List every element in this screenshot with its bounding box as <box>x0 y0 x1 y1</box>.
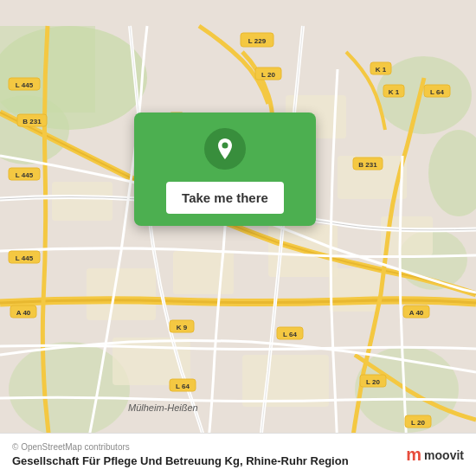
svg-text:L 445: L 445 <box>16 254 34 262</box>
svg-text:L 229: L 229 <box>248 37 267 45</box>
svg-text:L 20: L 20 <box>411 419 425 427</box>
svg-text:L 64: L 64 <box>176 383 190 390</box>
moovit-logo: m moovit <box>406 445 464 465</box>
svg-text:A 40: A 40 <box>16 309 31 317</box>
svg-point-58 <box>222 143 228 149</box>
svg-rect-15 <box>52 182 113 221</box>
location-card: Take me there <box>134 113 316 226</box>
svg-text:B 231: B 231 <box>23 118 42 125</box>
svg-text:L 20: L 20 <box>366 378 380 386</box>
svg-text:L 20: L 20 <box>261 71 275 79</box>
bottom-left: © OpenStreetMap contributors Gesellschaf… <box>12 442 349 467</box>
place-title: Gesellschaft Für Pflege Und Betreuung Kg… <box>12 454 349 467</box>
svg-point-6 <box>9 342 130 437</box>
svg-text:K 1: K 1 <box>389 88 400 96</box>
bottom-bar: © OpenStreetMap contributors Gesellschaf… <box>0 433 476 476</box>
svg-rect-9 <box>87 268 156 320</box>
svg-text:A 40: A 40 <box>409 309 424 317</box>
svg-text:B 231: B 231 <box>358 161 377 169</box>
svg-text:L 445: L 445 <box>16 81 34 89</box>
moovit-brand-name: moovit <box>424 448 464 462</box>
location-pin-icon <box>204 128 246 170</box>
svg-rect-10 <box>173 251 234 294</box>
svg-text:L 64: L 64 <box>430 88 444 96</box>
take-me-there-button[interactable]: Take me there <box>166 182 284 214</box>
svg-rect-14 <box>242 355 329 407</box>
moovit-m-icon: m <box>406 445 421 465</box>
map-attribution: © OpenStreetMap contributors <box>12 442 349 452</box>
map-background: L 229 L 20 L 445 K 1 K 1 L 64 B 231 B B … <box>0 0 476 476</box>
svg-text:K 1: K 1 <box>376 66 387 74</box>
map-container: L 229 L 20 L 445 K 1 K 1 L 64 B 231 B B … <box>0 0 476 476</box>
svg-text:L 445: L 445 <box>16 171 34 179</box>
svg-text:L 64: L 64 <box>283 331 297 338</box>
svg-text:K 9: K 9 <box>177 324 188 331</box>
svg-text:Mülheim-Heißen: Mülheim-Heißen <box>128 402 198 413</box>
